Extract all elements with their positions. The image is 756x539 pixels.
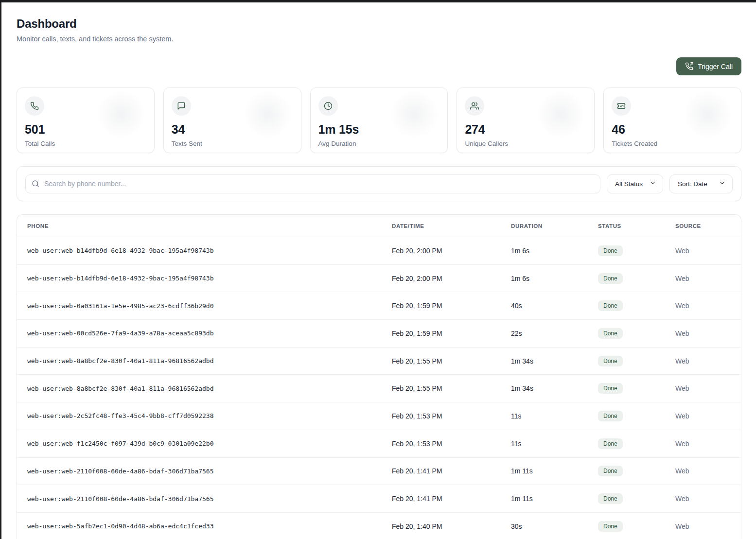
stat-label: Avg Duration [318, 140, 440, 147]
stat-value: 274 [465, 122, 586, 137]
source-cell: Web [675, 440, 731, 448]
status-badge: Done [598, 273, 623, 284]
status-badge: Done [598, 356, 623, 366]
datetime-cell: Feb 20, 1:41 PM [392, 495, 511, 503]
duration-cell: 11s [511, 440, 598, 448]
duration-cell: 30s [511, 522, 598, 530]
table-row[interactable]: web-user:web-2110f008-60de-4a86-bdaf-306… [17, 457, 741, 485]
phone-cell: web-user:web-5afb7ec1-0d90-4d48-ab6a-edc… [27, 522, 392, 530]
phone-cell: web-user:web-2110f008-60de-4a86-bdaf-306… [27, 495, 392, 503]
source-cell: Web [675, 522, 731, 530]
source-cell: Web [675, 495, 731, 503]
stat-value: 34 [172, 122, 293, 137]
phone-cell: web-user:web-b14dfb9d-6e18-4932-9bac-195… [27, 275, 392, 282]
status-filter-dropdown[interactable]: All Status [607, 174, 663, 193]
page-title: Dashboard [17, 17, 741, 31]
source-cell: Web [675, 302, 731, 310]
sort-value: Sort: Date [678, 180, 707, 188]
status-badge: Done [598, 466, 623, 476]
phone-cell: web-user:web-2110f008-60de-4a86-bdaf-306… [27, 468, 392, 475]
column-header-status: Status [598, 223, 675, 229]
table-row[interactable]: web-user:web-00cd526e-7fa9-4a39-a78a-ace… [17, 319, 741, 347]
phone-cell: web-user:web-2c52fc48-ffe3-45c4-9bb8-cff… [27, 412, 392, 419]
message-icon [172, 96, 191, 116]
datetime-cell: Feb 20, 1:59 PM [392, 302, 511, 310]
phone-cell: web-user:web-8a8bcf2e-830f-40a1-811a-968… [27, 385, 392, 392]
table-row[interactable]: web-user:web-f1c2450c-f097-439d-b0c9-030… [17, 430, 741, 457]
column-header-phone: Phone [27, 223, 392, 229]
source-cell: Web [675, 384, 731, 392]
source-cell: Web [675, 330, 731, 337]
stat-label: Total Calls [25, 140, 146, 147]
datetime-cell: Feb 20, 1:55 PM [392, 357, 511, 365]
dashboard-page: Dashboard Monitor calls, texts, and tick… [1, 2, 756, 539]
phone-cell: web-user:web-0a03161a-1e5e-4985-ac23-6cd… [27, 302, 392, 310]
window-border-left [0, 0, 1, 539]
stat-label: Tickets Created [612, 140, 733, 147]
search-box [25, 174, 600, 193]
duration-cell: 1m 6s [511, 247, 598, 255]
datetime-cell: Feb 20, 1:41 PM [392, 467, 511, 475]
calls-table: Phone Date/Time Duration Status Source w… [17, 214, 741, 539]
datetime-cell: Feb 20, 1:55 PM [392, 384, 511, 392]
table-row[interactable]: web-user:web-8a8bcf2e-830f-40a1-811a-968… [17, 347, 741, 375]
trigger-call-button[interactable]: Trigger Call [676, 57, 741, 75]
datetime-cell: Feb 20, 2:00 PM [392, 247, 511, 255]
search-input[interactable] [25, 174, 600, 193]
table-row[interactable]: web-user:web-2110f008-60de-4a86-bdaf-306… [17, 485, 741, 512]
status-badge: Done [598, 383, 623, 394]
phone-cell: web-user:web-b14dfb9d-6e18-4932-9bac-195… [27, 247, 392, 254]
stat-card: 274 Unique Callers [457, 87, 595, 153]
table-row[interactable]: web-user:web-b14dfb9d-6e18-4932-9bac-195… [17, 264, 741, 292]
stats-row: 501 Total Calls 34 Texts Sent 1m 15s Avg… [17, 87, 741, 153]
actions-row: Trigger Call [17, 57, 741, 75]
datetime-cell: Feb 20, 2:00 PM [392, 275, 511, 282]
chevron-down-icon [719, 179, 726, 188]
clock-icon [318, 96, 338, 116]
datetime-cell: Feb 20, 1:53 PM [392, 440, 511, 448]
duration-cell: 40s [511, 302, 598, 310]
status-filter-value: All Status [615, 180, 643, 188]
phone-outgoing-icon [685, 62, 693, 70]
table-body: web-user:web-b14dfb9d-6e18-4932-9bac-195… [17, 237, 741, 539]
source-cell: Web [675, 357, 731, 365]
table-row[interactable]: web-user:web-2c52fc48-ffe3-45c4-9bb8-cff… [17, 402, 741, 430]
column-header-source: Source [675, 223, 731, 229]
stat-card: 46 Tickets Created [603, 87, 741, 153]
status-badge: Done [598, 438, 623, 449]
page-subtitle: Monitor calls, texts, and tickets across… [17, 35, 741, 43]
users-icon [465, 96, 484, 116]
duration-cell: 22s [511, 330, 598, 337]
filter-bar: All Status Sort: Date [17, 166, 741, 201]
phone-cell: web-user:web-8a8bcf2e-830f-40a1-811a-968… [27, 357, 392, 365]
status-badge: Done [598, 493, 623, 504]
stat-card: 34 Texts Sent [163, 87, 301, 153]
duration-cell: 1m 11s [511, 467, 598, 475]
status-badge: Done [598, 300, 623, 311]
table-row[interactable]: web-user:web-b14dfb9d-6e18-4932-9bac-195… [17, 237, 741, 264]
sort-dropdown[interactable]: Sort: Date [669, 174, 733, 193]
column-header-duration: Duration [511, 223, 598, 229]
table-row[interactable]: web-user:web-0a03161a-1e5e-4985-ac23-6cd… [17, 292, 741, 319]
duration-cell: 1m 34s [511, 384, 598, 392]
status-badge: Done [598, 328, 623, 339]
source-cell: Web [675, 275, 731, 282]
source-cell: Web [675, 412, 731, 420]
stat-label: Texts Sent [172, 140, 293, 147]
status-badge: Done [598, 245, 623, 256]
stat-value: 46 [612, 122, 733, 137]
stat-card: 1m 15s Avg Duration [310, 87, 448, 153]
table-row[interactable]: web-user:web-5afb7ec1-0d90-4d48-ab6a-edc… [17, 512, 741, 539]
duration-cell: 1m 34s [511, 357, 598, 365]
table-row[interactable]: web-user:web-8a8bcf2e-830f-40a1-811a-968… [17, 374, 741, 402]
ticket-icon [612, 96, 631, 116]
window-border-top [0, 0, 756, 2]
source-cell: Web [675, 247, 731, 255]
stat-value: 501 [25, 122, 146, 137]
datetime-cell: Feb 20, 1:59 PM [392, 330, 511, 337]
column-header-datetime: Date/Time [392, 223, 511, 229]
phone-cell: web-user:web-f1c2450c-f097-439d-b0c9-030… [27, 440, 392, 447]
phone-cell: web-user:web-00cd526e-7fa9-4a39-a78a-ace… [27, 330, 392, 337]
duration-cell: 11s [511, 412, 598, 420]
page-header: Dashboard Monitor calls, texts, and tick… [17, 17, 741, 43]
